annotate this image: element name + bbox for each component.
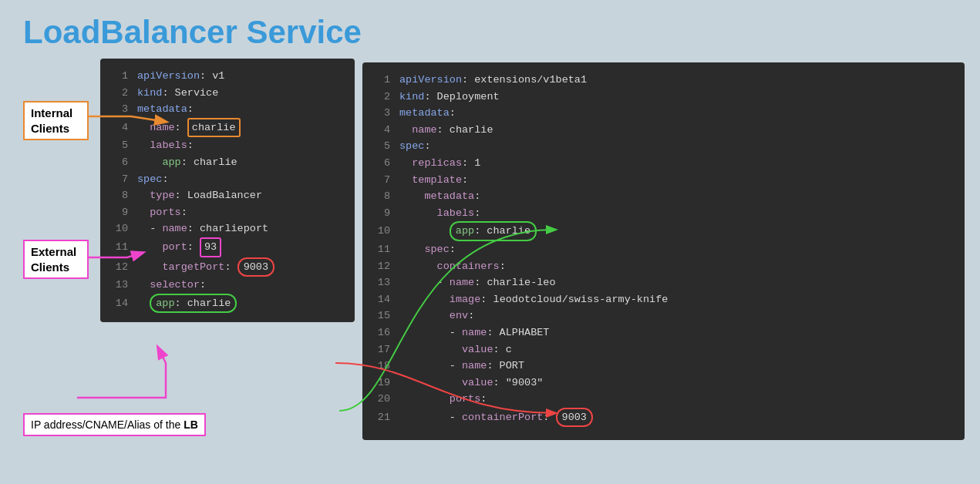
right-code-line-21: 21 - containerPort: 9003	[375, 408, 952, 428]
right-code-line-16: 16 - name: ALPHABET	[375, 324, 952, 341]
page-title: LoadBalancer Service	[0, 0, 980, 59]
right-code-line-19: 19 value: "9003"	[375, 375, 952, 392]
external-clients-label: External Clients	[23, 240, 89, 279]
code-line-11: 11 port: 93	[113, 237, 342, 257]
ip-label: IP address/CNAME/Alias of the LB	[23, 413, 206, 436]
right-code-block: 1 apiVersion: extensions/v1beta1 2 kind:…	[362, 62, 965, 440]
right-code-line-20: 20 ports:	[375, 391, 952, 408]
code-line-5: 5 labels:	[113, 137, 342, 154]
right-code-line-11: 11 spec:	[375, 241, 952, 258]
code-line-2: 2 kind: Service	[113, 85, 342, 102]
code-line-12: 12 targetPort: 9003	[113, 257, 342, 277]
right-code-line-10: 10 app: charlie	[375, 221, 952, 241]
right-code-line-2: 2 kind: Deployment	[375, 89, 952, 106]
right-code-line-13: 13 - name: charlie-leo	[375, 274, 952, 291]
right-code-line-6: 6 replicas: 1	[375, 155, 952, 172]
right-code-line-3: 3 metadata:	[375, 105, 952, 122]
code-line-1: 1 apiVersion: v1	[113, 68, 342, 85]
right-code-line-8: 8 metadata:	[375, 188, 952, 205]
right-code-line-12: 12 containers:	[375, 258, 952, 275]
code-line-4: 4 name: charlie	[113, 118, 342, 138]
right-code-line-15: 15 env:	[375, 308, 952, 324]
code-line-10: 10 - name: charlieport	[113, 220, 342, 237]
right-code-line-18: 18 - name: PORT	[375, 358, 952, 375]
code-line-9: 9 ports:	[113, 204, 342, 221]
right-code-line-17: 17 value: c	[375, 341, 952, 358]
internal-clients-label: Internal Clients	[23, 101, 89, 140]
code-line-3: 3 metadata:	[113, 101, 342, 118]
code-line-6: 6 app: charlie	[113, 154, 342, 171]
right-code-line-5: 5 spec:	[375, 138, 952, 155]
right-code-line-4: 4 name: charlie	[375, 122, 952, 139]
right-code-line-1: 1 apiVersion: extensions/v1beta1	[375, 72, 952, 89]
code-line-8: 8 type: LoadBalancer	[113, 187, 342, 204]
code-line-7: 7 spec:	[113, 171, 342, 188]
code-line-13: 13 selector:	[113, 277, 342, 294]
code-line-14: 14 app: charlie	[113, 294, 342, 314]
right-code-line-7: 7 template:	[375, 172, 952, 189]
right-code-line-9: 9 labels:	[375, 205, 952, 222]
left-code-block: 1 apiVersion: v1 2 kind: Service 3 metad…	[100, 59, 355, 322]
right-code-line-14: 14 image: leodotcloud/swiss-army-knife	[375, 291, 952, 308]
